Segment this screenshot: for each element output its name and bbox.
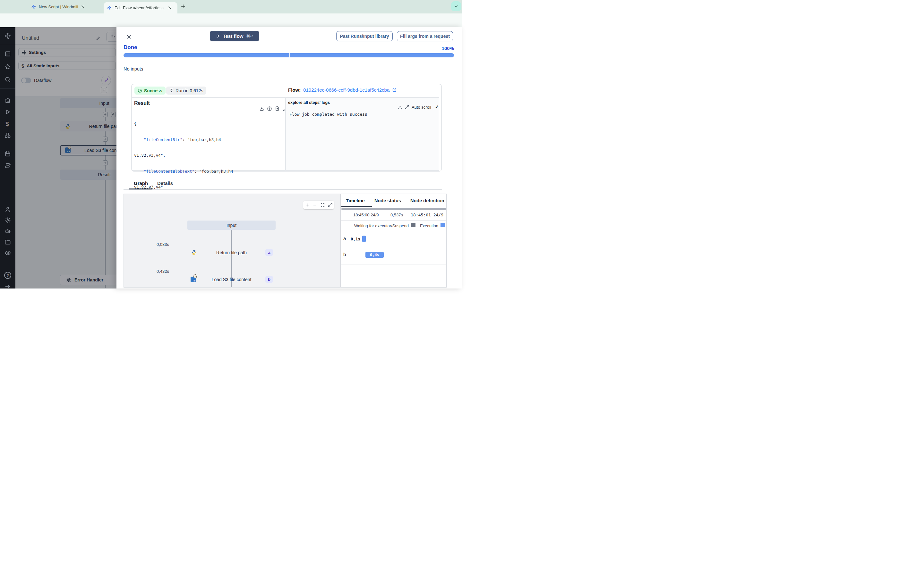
- result-card: Success Ran in 0,612s Flow: 019224ec-066…: [131, 84, 442, 171]
- run-graph-canvas[interactable]: Input 0,083s Return file path a 0,432s T…: [124, 194, 341, 287]
- browser-tab-strip: New Script | Windmill Edit Flow u/henri/…: [0, 0, 462, 13]
- zoom-in-icon[interactable]: [305, 203, 310, 207]
- tab-timeline[interactable]: Timeline: [346, 198, 365, 203]
- flow-id-row: Flow: 019224ec-0666-ccff-9dbd-1c1af5c42c…: [288, 87, 397, 93]
- play-icon: [216, 34, 220, 39]
- legend-execution-swatch: [441, 223, 445, 227]
- autoscroll-label[interactable]: Auto scroll: [412, 105, 431, 110]
- json-line: v1,v2,v3,v4",: [134, 153, 233, 158]
- new-tab-icon[interactable]: [180, 3, 186, 9]
- help-icon[interactable]: ?: [4, 272, 11, 279]
- run-progress-percent: 100%: [442, 45, 454, 51]
- workspace-icon[interactable]: [5, 51, 11, 57]
- copy-clipboard-icon[interactable]: [275, 106, 280, 111]
- run-graph-section: Input 0,083s Return file path a 0,432s T…: [124, 193, 447, 287]
- windmill-logo-icon[interactable]: [4, 32, 11, 40]
- flow-id-link[interactable]: 019224ec-0666-ccff-9dbd-1c1af5c42cba: [303, 87, 389, 93]
- browser-tab-active[interactable]: Edit Flow u/henri/effortless_fl: [103, 2, 178, 13]
- home-icon[interactable]: [5, 97, 11, 103]
- tab-title: Edit Flow u/henri/effortless_fl: [115, 5, 165, 10]
- modal-dim-overlay[interactable]: [15, 27, 116, 288]
- active-tab-underline: [341, 206, 372, 207]
- log-output-text: Flow job completed with success: [289, 112, 367, 117]
- timeline-panel: Timeline Node status Node definition 18:…: [341, 194, 447, 287]
- download-icon[interactable]: [259, 106, 264, 111]
- timeline-scrollbar[interactable]: [341, 208, 446, 210]
- json-line: {: [134, 121, 233, 127]
- users-person-icon[interactable]: [5, 206, 11, 213]
- duration-badge: Ran in 0,612s: [166, 87, 206, 95]
- legend-waiting-swatch: [411, 223, 415, 227]
- tab-graph[interactable]: Graph: [134, 181, 148, 186]
- tab-title: New Script | Windmill: [39, 5, 78, 9]
- timeline-start-time: 18:45:00 24/9: [353, 213, 379, 218]
- fullscreen-icon[interactable]: [328, 203, 333, 207]
- test-flow-button[interactable]: Test flow ⌘↵: [210, 31, 259, 41]
- tab-close-icon[interactable]: [168, 6, 172, 10]
- runs-play-icon[interactable]: [5, 109, 11, 115]
- tab-node-definition[interactable]: Node definition: [410, 198, 444, 203]
- hourglass-icon: [170, 89, 174, 93]
- favorites-star-icon[interactable]: [5, 63, 11, 70]
- badge-label: Ran in 0,612s: [176, 88, 203, 93]
- node-label: Load S3 file content: [212, 277, 252, 282]
- progress-step-divider: [289, 53, 290, 57]
- run-progress-bar: [124, 53, 454, 57]
- routes-icon[interactable]: [5, 163, 11, 169]
- result-pane: Result { "fileContentStr": "foo,bar,h3,h…: [132, 98, 285, 170]
- workers-robot-icon[interactable]: [5, 228, 11, 234]
- external-link-icon[interactable]: [392, 87, 397, 92]
- json-line: "fileContentStr": "foo,bar,h3,h4: [134, 137, 233, 143]
- collapse-arrow-icon[interactable]: [5, 284, 11, 288]
- result-panes: Result { "fileContentStr": "foo,bar,h3,h…: [132, 97, 439, 171]
- settings-gear-icon[interactable]: [5, 217, 11, 223]
- past-runs-button[interactable]: Past Runs/Input library: [336, 31, 393, 41]
- graph-node-step-b[interactable]: TS Load S3 file content b: [187, 275, 276, 284]
- row-label: a: [343, 235, 346, 241]
- bar-duration: 0,4s: [370, 253, 379, 257]
- windmill-favicon: [107, 5, 112, 10]
- step-a-duration: 0,083s: [144, 242, 169, 247]
- info-icon[interactable]: [267, 106, 272, 111]
- shortcut-hint: ⌘↵: [246, 34, 254, 39]
- node-label: Return file path: [216, 250, 247, 255]
- download-logs-icon[interactable]: [397, 105, 402, 110]
- windmill-favicon: [31, 4, 36, 9]
- fit-view-icon[interactable]: [320, 203, 325, 207]
- rail-divider: [0, 44, 15, 44]
- row-divider: [341, 264, 447, 264]
- flow-label: Flow:: [288, 87, 300, 93]
- tab-node-status[interactable]: Node status: [375, 198, 401, 203]
- button-label: Fill args from a request: [400, 34, 450, 39]
- zoom-out-icon[interactable]: [312, 203, 317, 207]
- folders-icon[interactable]: [5, 239, 11, 245]
- resources-cubes-icon[interactable]: [5, 132, 11, 139]
- expand-logs-icon[interactable]: [405, 105, 409, 110]
- row-duration: 0,1s: [351, 237, 360, 242]
- run-status-text: Done: [124, 44, 137, 51]
- result-title: Result: [134, 100, 150, 106]
- test-flow-drawer: Test flow ⌘↵ Past Runs/Input library Fil…: [116, 27, 462, 288]
- search-icon[interactable]: [5, 76, 11, 83]
- success-badge: Success: [134, 87, 166, 95]
- legend-execution-label: Execution: [420, 223, 438, 228]
- graph-node-step-a[interactable]: Return file path a: [187, 248, 276, 257]
- schedules-calendar-icon[interactable]: [5, 151, 11, 157]
- tab-baseline: [124, 189, 442, 190]
- json-line: "fileContentBlobText": "foo,bar,h3,h4: [134, 169, 233, 174]
- browser-tab-inactive[interactable]: New Script | Windmill: [28, 0, 102, 13]
- button-label: Past Runs/Input library: [340, 34, 389, 39]
- variables-dollar-icon[interactable]: $: [5, 121, 9, 127]
- row-divider: [341, 220, 447, 221]
- audit-eye-icon[interactable]: [5, 250, 11, 256]
- logs-pane: explore all steps' logs Auto scroll ✓ Fl…: [285, 98, 439, 170]
- fill-args-button[interactable]: Fill args from a request: [397, 31, 453, 41]
- tab-close-icon[interactable]: [81, 5, 85, 9]
- close-drawer-icon[interactable]: [126, 34, 132, 40]
- autoscroll-check-icon[interactable]: ✓: [435, 104, 439, 109]
- logs-title: explore all steps' logs: [288, 100, 330, 105]
- tab-details[interactable]: Details: [157, 181, 173, 186]
- graph-node-input[interactable]: Input: [187, 221, 276, 230]
- graph-zoom-toolbar: [303, 201, 334, 210]
- tab-search-button[interactable]: [451, 1, 461, 11]
